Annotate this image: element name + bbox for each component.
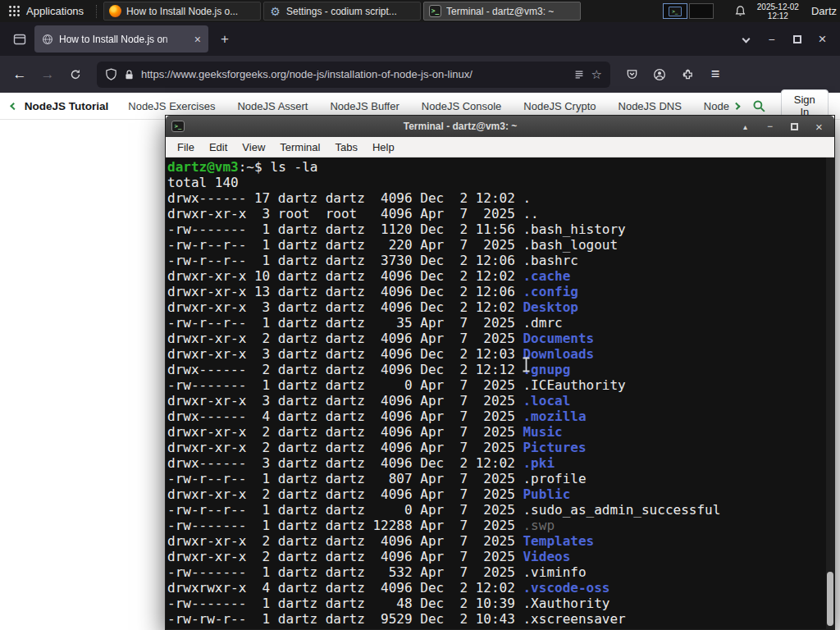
menu-help[interactable]: Help [365,141,402,153]
site-nav-node[interactable]: Node [704,100,729,112]
navigation-toolbar: https://www.geeksforgeeks.org/node-js/in… [0,56,840,93]
terminal-maximize-button[interactable] [785,118,804,135]
site-nav-exercises[interactable]: NodeJS Exercises [128,100,215,112]
terminal-ls-line: drwx------ 2 dartz dartz 4096 Dec 2 12:1… [167,362,834,377]
tab-close-icon[interactable] [194,33,201,46]
menu-terminal[interactable]: Terminal [272,141,327,153]
terminal-titlebar[interactable]: Terminal - dartz@vm3: ~ [166,116,834,137]
new-tab-button[interactable] [213,28,236,51]
ls-meta: drwxr-xr-x 3 dartz dartz 4096 Apr 7 2025 [167,393,523,409]
window-minimize-button[interactable] [759,27,784,52]
ls-filename: Pictures [523,440,586,455]
ls-filename: .Xauthority [523,596,609,611]
site-nav-dns[interactable]: NodeJS DNS [619,100,682,112]
workspace-switcher[interactable] [663,3,714,19]
applications-menu[interactable]: Applications [0,0,92,22]
terminal-ls-line: drwxr-xr-x 3 root root 4096 Apr 7 2025 .… [167,206,834,221]
terminal-ls-line: drwx------ 4 dartz dartz 4096 Apr 7 2025… [167,409,834,424]
lock-icon[interactable] [124,69,135,80]
terminal-ls-line: -rw-r--r-- 1 dartz dartz 807 Apr 7 2025 … [167,471,834,486]
terminal-ls-line: drwxr-xr-x 2 dartz dartz 4096 Apr 7 2025… [167,331,834,346]
ls-filename: .profile [523,471,586,486]
forward-button[interactable] [34,62,61,88]
menu-tabs[interactable]: Tabs [327,141,364,153]
globe-icon [42,34,53,45]
menu-view[interactable]: View [235,141,272,153]
menu-edit[interactable]: Edit [202,141,235,153]
browser-tab[interactable]: How to Install Node.js on [34,25,208,52]
menu-file[interactable]: File [170,141,202,153]
terminal-mini-icon [669,7,682,16]
ls-meta: drwxr-xr-x 10 dartz dartz 4096 Dec 2 12:… [167,268,523,284]
window-maximize-button[interactable] [784,27,810,52]
ls-filename: .cache [523,268,570,284]
terminal-ls-line: drwxr-xr-x 2 dartz dartz 4096 Apr 7 2025… [167,486,834,502]
applications-label: Applications [26,5,84,17]
text-cursor-pointer [522,357,531,372]
ls-filename: .bash_history [523,221,625,237]
terminal-shade-button[interactable] [736,118,755,135]
ls-meta: -rw-r--r-- 1 dartz dartz 3730 Dec 2 12:0… [167,253,523,268]
ls-filename: .xscreensaver [523,611,625,627]
scrollbar-thumb[interactable] [827,572,833,626]
ls-filename: .bashrc [523,253,578,268]
firefox-icon [109,5,121,17]
back-button[interactable] [7,62,33,88]
terminal-ls-line: -rw------- 1 dartz dartz 532 Apr 7 2025 … [167,564,834,580]
terminal-ls-line: drwxr-xr-x 13 dartz dartz 4096 Dec 2 12:… [167,284,834,299]
notification-bell-icon[interactable] [734,5,746,18]
url-bar[interactable]: https://www.geeksforgeeks.org/node-js/in… [97,62,610,88]
task-button-terminal[interactable]: Terminal - dartz@vm3: ~ [423,2,581,21]
ls-meta: drwxrwxr-x 4 dartz dartz 4096 Dec 2 12:0… [167,580,523,596]
list-tabs-chevron-icon[interactable] [733,27,759,52]
bookmark-star-icon[interactable] [591,67,602,82]
site-nav-tutorial[interactable]: NodeJS Tutorial [25,100,109,112]
terminal-ls-line: -rw------- 1 dartz dartz 0 Apr 7 2025 .I… [167,377,834,393]
terminal-minimize-button[interactable] [760,118,779,135]
shield-icon[interactable] [105,68,117,80]
clock[interactable]: 2025-12-02 12:12 [757,2,799,21]
url-text[interactable]: https://www.geeksforgeeks.org/node-js/in… [141,68,567,80]
firefox-view-icon[interactable] [8,28,31,51]
workspace-1[interactable] [663,3,687,19]
search-icon[interactable] [752,99,766,113]
ls-meta: drwxr-xr-x 2 dartz dartz 4096 Apr 7 2025 [167,549,523,564]
terminal-scrollback: drwx------ 17 dartz dartz 4096 Dec 2 12:… [167,190,834,627]
site-nav-crypto[interactable]: NodeJS Crypto [523,100,596,112]
terminal-ls-line: drwxr-xr-x 10 dartz dartz 4096 Dec 2 12:… [167,268,834,284]
terminal-window: Terminal - dartz@vm3: ~ File Edit View T… [165,115,835,630]
app-menu-button[interactable] [702,62,728,88]
task-button-firefox[interactable]: How to Install Node.js o... [103,2,261,21]
task-button-settings[interactable]: Settings - codium script... [263,2,421,21]
ls-filename: .mozilla [523,409,586,424]
ls-filename: Downloads [523,346,594,362]
nav-forward-chevron-icon[interactable] [733,102,740,109]
site-nav-buffer[interactable]: NodeJS Buffer [330,100,399,112]
ls-filename: .dmrc [523,315,562,331]
terminal-scrollbar[interactable] [826,158,834,629]
nav-back-chevron-icon[interactable] [10,102,17,109]
site-nav-assert[interactable]: NodeJS Assert [237,100,308,112]
terminal-screen[interactable]: dartz@vm3:~$ls -la total 140 drwx------ … [166,158,834,629]
ls-meta: drwx------ 4 dartz dartz 4096 Apr 7 2025 [167,409,523,424]
reader-mode-icon[interactable] [573,69,585,80]
workspace-2[interactable] [689,3,714,19]
terminal-ls-line: drwxr-xr-x 3 dartz dartz 4096 Dec 2 12:0… [167,346,834,362]
terminal-ls-line: -rw------- 1 dartz dartz 48 Dec 2 10:39 … [167,596,834,611]
terminal-ls-line: drwxr-xr-x 3 dartz dartz 4096 Apr 7 2025… [167,393,834,409]
reload-button[interactable] [62,62,89,88]
terminal-ls-line: -rw------- 1 dartz dartz 12288 Apr 7 202… [167,518,834,533]
window-close-button[interactable] [810,27,835,52]
terminal-close-button[interactable] [810,118,829,135]
task-label: Terminal - dartz@vm3: ~ [446,6,554,17]
terminal-ls-line: -rw------- 1 dartz dartz 1120 Dec 2 11:5… [167,221,834,237]
site-nav-console[interactable]: NodeJS Console [422,100,502,112]
ls-meta: drwxr-xr-x 2 dartz dartz 4096 Apr 7 2025 [167,486,523,502]
ls-meta: drwxr-xr-x 2 dartz dartz 4096 Apr 7 2025 [167,440,523,455]
pocket-icon[interactable] [619,62,645,88]
account-icon[interactable] [646,62,673,88]
extensions-icon[interactable] [674,62,701,88]
ls-meta: -rw-r--r-- 1 dartz dartz 807 Apr 7 2025 [167,471,523,486]
terminal-ls-line: drwxrwxr-x 4 dartz dartz 4096 Dec 2 12:0… [167,580,834,596]
user-menu[interactable]: Dartz [811,5,837,17]
